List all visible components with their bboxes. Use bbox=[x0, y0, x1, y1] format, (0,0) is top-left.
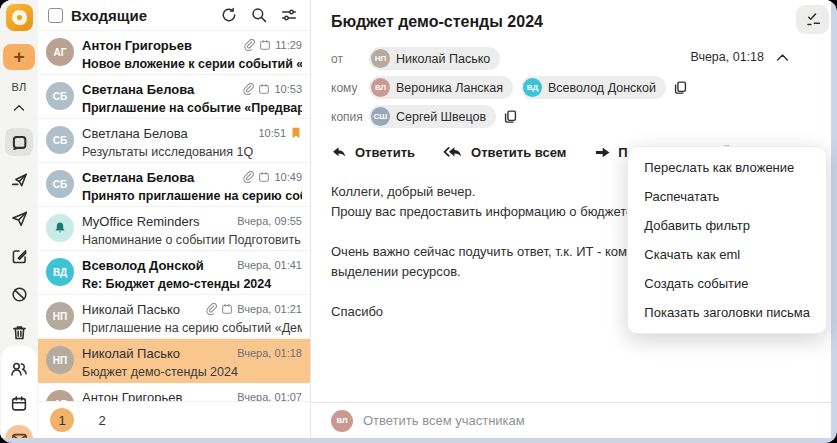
recipient-chip[interactable]: СШСергей Швецов bbox=[369, 105, 496, 128]
sidebar-item-inbox[interactable] bbox=[5, 128, 33, 156]
select-all-checkbox[interactable] bbox=[48, 8, 63, 23]
collapse-account-button[interactable] bbox=[13, 98, 25, 116]
message-subject: Бюджет демо-стенды 2024 bbox=[311, 0, 831, 31]
app-contacts-button[interactable] bbox=[5, 355, 33, 383]
sender-name: Всеволод Донской bbox=[82, 258, 237, 273]
list-item[interactable]: СБ Светлана Белова 10:49 bbox=[38, 163, 310, 207]
current-user-avatar: ВЛ bbox=[331, 410, 353, 432]
attachment-icon bbox=[242, 83, 254, 95]
chip-avatar: СШ bbox=[371, 107, 390, 126]
email-subject: Приглашение на событие «Предварительно..… bbox=[82, 101, 302, 115]
list-item[interactable]: СБ Светлана Белова 10:51 bbox=[38, 119, 310, 163]
avatar: СБ bbox=[46, 82, 74, 110]
pagination-page[interactable]: 2 bbox=[90, 408, 114, 432]
refresh-icon bbox=[221, 7, 237, 23]
sidebar-item-spam[interactable] bbox=[5, 280, 33, 308]
list-header: Входящие bbox=[38, 0, 310, 31]
bell-icon bbox=[53, 221, 67, 235]
message-context-menu: Переслать как вложениеРаспечататьДобавит… bbox=[627, 146, 827, 334]
reply-icon bbox=[331, 145, 348, 160]
email-time: Вчера, 01:18 bbox=[237, 347, 302, 359]
mail-icon bbox=[11, 431, 28, 439]
reply-all-icon bbox=[443, 145, 464, 160]
avatar: НП bbox=[46, 302, 74, 330]
to-label: кому bbox=[331, 81, 369, 95]
paper-plane-icon bbox=[11, 210, 28, 227]
copy-icon bbox=[503, 109, 518, 124]
inbox-icon bbox=[11, 134, 28, 151]
avatar: ВД bbox=[46, 258, 74, 286]
logo-dot bbox=[17, 15, 22, 20]
list-item[interactable]: НП Николай Пасько Вчера, 01:18 bbox=[38, 339, 310, 383]
pagination-page[interactable]: 1 bbox=[50, 408, 74, 432]
reply-all-button[interactable]: Ответить всем bbox=[443, 145, 566, 160]
copy-cc-button[interactable] bbox=[503, 109, 518, 124]
chevron-up-icon bbox=[13, 104, 25, 112]
email-time: 11:29 bbox=[275, 39, 302, 51]
sidebar-item-drafts[interactable] bbox=[5, 242, 33, 270]
recipient-chip[interactable]: ВЛВероника Ланская bbox=[369, 76, 513, 99]
sidebar-item-trash[interactable] bbox=[5, 318, 33, 346]
sender-name: Николай Пасько bbox=[82, 346, 237, 361]
menu-item[interactable]: Добавить фильтр bbox=[628, 211, 826, 240]
sender-name: Николай Пасько bbox=[82, 302, 205, 317]
email-time: Вчера, 01:21 bbox=[237, 303, 302, 315]
attachment-icon bbox=[242, 171, 254, 183]
compose-new-button[interactable]: + bbox=[3, 44, 35, 70]
sidebar-item-outbox[interactable] bbox=[5, 166, 33, 194]
user-initials[interactable]: ВЛ bbox=[11, 81, 26, 93]
app-calendar-button[interactable] bbox=[5, 390, 33, 418]
collapse-header-icon[interactable] bbox=[776, 53, 789, 62]
email-time: Вчера, 01:41 bbox=[237, 259, 302, 271]
recipient-chip[interactable]: НПНиколай Пасько bbox=[369, 47, 500, 70]
recipient-chip[interactable]: ВДВсеволод Донской bbox=[521, 76, 666, 99]
chip-avatar: ВЛ bbox=[371, 78, 390, 97]
app-mail-button[interactable] bbox=[5, 425, 33, 438]
email-list: АГ Антон Григорьев 11:29 bbox=[38, 31, 310, 427]
to-chips: ВЛВероника ЛанскаяВДВсеволод Донской bbox=[369, 76, 666, 99]
contacts-icon bbox=[10, 360, 28, 378]
app-sidebar: + ВЛ ••• bbox=[0, 0, 38, 438]
menu-item[interactable]: Переслать как вложение bbox=[628, 153, 826, 182]
tasks-panel-button[interactable] bbox=[796, 5, 829, 34]
mail-list-panel: Входящие АГ Антон Григорьев bbox=[38, 0, 311, 438]
email-subject: Приглашение на серию событий «Демо стен.… bbox=[82, 321, 302, 335]
from-chips: НПНиколай Пасько bbox=[369, 47, 500, 70]
email-time: 10:51 bbox=[258, 127, 286, 139]
calendar-icon bbox=[221, 303, 233, 315]
avatar bbox=[46, 214, 74, 242]
myoffice-logo-icon[interactable] bbox=[6, 4, 33, 31]
sender-name: Светлана Белова bbox=[82, 82, 242, 97]
menu-item[interactable]: Показать заголовки письма bbox=[628, 298, 826, 327]
sender-name: Антон Григорьев bbox=[82, 38, 243, 53]
search-button[interactable] bbox=[248, 4, 270, 26]
search-icon bbox=[251, 7, 267, 23]
refresh-button[interactable] bbox=[218, 4, 240, 26]
sidebar-item-sent[interactable] bbox=[5, 204, 33, 232]
filter-button[interactable] bbox=[278, 4, 300, 26]
compose-icon bbox=[11, 248, 28, 265]
email-time: 10:49 bbox=[274, 171, 302, 183]
menu-item[interactable]: Скачать как eml bbox=[628, 240, 826, 269]
folder-title: Входящие bbox=[71, 7, 210, 24]
menu-item[interactable]: Распечатать bbox=[628, 182, 826, 211]
list-item[interactable]: MyOffice Reminders Вчера, 09:55 Напомина… bbox=[38, 207, 310, 251]
menu-item[interactable]: Создать событие bbox=[628, 269, 826, 298]
sender-name: Светлана Белова bbox=[82, 170, 242, 185]
list-item[interactable]: НП Николай Пасько Вчера, 01:21 bbox=[38, 295, 310, 339]
list-item[interactable]: СБ Светлана Белова 10:53 bbox=[38, 75, 310, 119]
list-item[interactable]: АГ Антон Григорьев 11:29 bbox=[38, 31, 310, 75]
quick-reply-bar[interactable]: ВЛ Ответить всем участникам bbox=[311, 402, 831, 438]
from-label: от bbox=[331, 52, 369, 66]
calendar-app-icon bbox=[10, 395, 28, 413]
chip-avatar: ВД bbox=[523, 78, 542, 97]
copy-recipients-button[interactable] bbox=[673, 80, 688, 95]
reply-button[interactable]: Ответить bbox=[331, 145, 415, 160]
outbox-icon bbox=[11, 172, 28, 189]
avatar: АГ bbox=[46, 38, 74, 66]
email-subject: Новое вложение к серии событий «Аналити.… bbox=[82, 57, 302, 71]
list-item[interactable]: ВД Всеволод Донской Вчера, 01:41 bbox=[38, 251, 310, 295]
attachment-icon bbox=[243, 39, 255, 51]
email-subject: Бюджет демо-стенды 2024 bbox=[82, 365, 302, 379]
folder-icons bbox=[5, 128, 33, 346]
